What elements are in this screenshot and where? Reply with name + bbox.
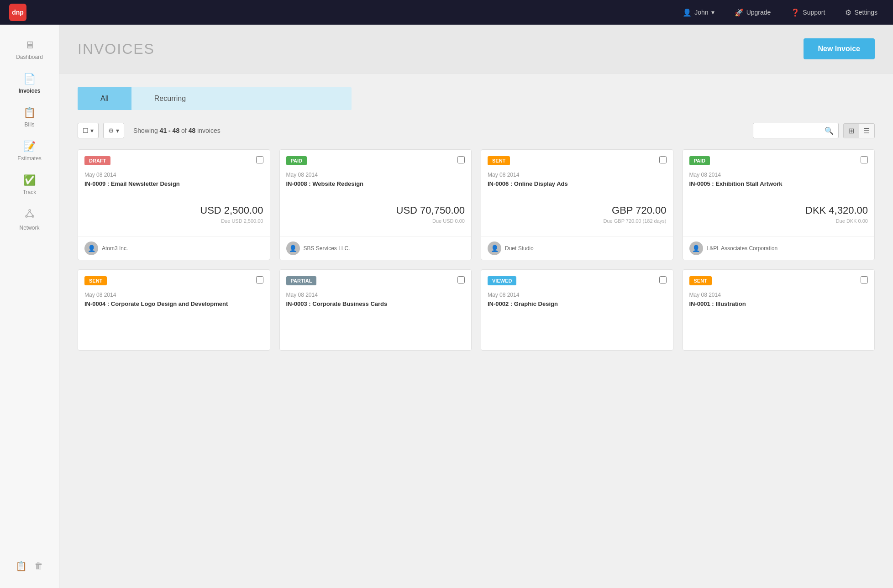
invoice-card[interactable]: PAID May 08 2014 IN-0005 : Exhibition St… (683, 149, 875, 260)
client-name: SBS Services LLC. (304, 245, 350, 252)
status-badge: PAID (689, 156, 710, 165)
card-id-title: IN-0005 : Exhibition Stall Artwork (689, 180, 868, 196)
user-menu[interactable]: 👤 John ▾ (676, 5, 720, 20)
client-name: Duet Studio (505, 245, 534, 252)
card-footer: 👤 Duet Studio (481, 236, 673, 260)
upgrade-button[interactable]: 🚀 Upgrade (728, 5, 777, 20)
card-header: VIEWED (481, 270, 673, 285)
card-checkbox[interactable] (659, 276, 667, 284)
card-date: May 08 2014 (488, 172, 667, 178)
user-icon: 👤 (683, 8, 692, 17)
card-amount: GBP 720.00 (488, 205, 667, 216)
avatar: 👤 (84, 242, 98, 255)
card-due: Due DKK 0.00 (689, 218, 868, 224)
sidebar-item-track[interactable]: ✅ Track (0, 169, 59, 201)
sidebar-item-network[interactable]: Network (0, 203, 59, 236)
showing-range: 41 - 48 (160, 127, 180, 134)
card-id-title: IN-0008 : Website Redesign (286, 180, 465, 196)
card-checkbox[interactable] (861, 276, 868, 284)
list-view-button[interactable]: ☰ (859, 124, 874, 138)
status-badge: SENT (84, 276, 107, 285)
card-due: Due USD 2,500.00 (84, 218, 263, 224)
svg-line-4 (30, 211, 33, 215)
card-checkbox[interactable] (861, 156, 868, 163)
card-body: May 08 2014 IN-0001 : Illustration (683, 285, 875, 350)
sidebar-item-estimates[interactable]: 📝 Estimates (0, 135, 59, 167)
bulk-actions-button[interactable]: ⚙ ▾ (103, 123, 124, 138)
invoice-card[interactable]: DRAFT May 08 2014 IN-0009 : Email Newsle… (78, 149, 270, 260)
view-toggle: ⊞ ☰ (843, 123, 875, 138)
upgrade-label: Upgrade (746, 9, 771, 16)
sidebar-bottom: 📋 🗑 (8, 553, 51, 579)
tab-all[interactable]: All (78, 87, 131, 110)
card-body: May 08 2014 IN-0008 : Website Redesign U… (280, 165, 472, 236)
user-name: John (694, 9, 708, 16)
card-header: PAID (280, 150, 472, 165)
card-date: May 08 2014 (488, 292, 667, 298)
card-id-title: IN-0001 : Illustration (689, 300, 868, 316)
content-area: All Recurring ☐ ▾ ⚙ ▾ Showing 41 - 48 of… (59, 74, 893, 364)
search-box: 🔍 (753, 123, 839, 138)
invoice-card[interactable]: SENT May 08 2014 IN-0006 : Online Displa… (481, 149, 673, 260)
tab-recurring[interactable]: Recurring (131, 87, 209, 110)
sidebar-item-label: Invoices (18, 88, 40, 94)
card-header: PARTIAL (280, 270, 472, 285)
invoice-card[interactable]: VIEWED May 08 2014 IN-0002 : Graphic Des… (481, 269, 673, 351)
card-checkbox[interactable] (457, 276, 465, 284)
card-checkbox[interactable] (256, 156, 263, 163)
trash-icon[interactable]: 🗑 (34, 561, 43, 572)
invoice-tabs: All Recurring (78, 87, 352, 110)
invoice-grid: DRAFT May 08 2014 IN-0009 : Email Newsle… (78, 149, 875, 351)
support-button[interactable]: ❓ Support (784, 5, 831, 20)
card-date: May 08 2014 (689, 172, 868, 178)
sidebar: 🖥 Dashboard 📄 Invoices 📋 Bills 📝 Estimat… (0, 25, 59, 588)
gear-icon: ⚙ (108, 127, 114, 134)
avatar: 👤 (488, 242, 501, 255)
card-amount: DKK 4,320.00 (689, 205, 868, 216)
sidebar-item-label: Track (23, 189, 37, 195)
main-content: INVOICES New Invoice All Recurring ☐ ▾ ⚙… (59, 25, 893, 588)
chevron-icon: ▾ (90, 127, 94, 134)
copy-icon[interactable]: 📋 (16, 561, 27, 572)
card-due: Due GBP 720.00 (182 days) (488, 218, 667, 224)
topnav: dnp 👤 John ▾ 🚀 Upgrade ❓ Support ⚙ Setti… (0, 0, 893, 25)
avatar: 👤 (286, 242, 300, 255)
select-checkbox-button[interactable]: ☐ ▾ (78, 123, 99, 138)
page-title: INVOICES (78, 41, 155, 58)
sidebar-item-label: Dashboard (16, 54, 43, 60)
card-date: May 08 2014 (84, 172, 263, 178)
card-amount: USD 2,500.00 (84, 205, 263, 216)
new-invoice-button[interactable]: New Invoice (804, 38, 875, 59)
sidebar-item-label: Estimates (17, 155, 42, 162)
card-header: SENT (78, 270, 270, 285)
support-label: Support (803, 9, 825, 16)
sidebar-item-invoices[interactable]: 📄 Invoices (0, 68, 59, 100)
sidebar-item-label: Network (19, 225, 39, 231)
sidebar-item-bills[interactable]: 📋 Bills (0, 101, 59, 133)
card-body: May 08 2014 IN-0004 : Corporate Logo Des… (78, 285, 270, 350)
invoice-card[interactable]: PAID May 08 2014 IN-0008 : Website Redes… (279, 149, 472, 260)
track-icon: ✅ (23, 174, 36, 186)
grid-view-button[interactable]: ⊞ (844, 124, 859, 138)
search-input[interactable] (758, 127, 822, 134)
svg-line-3 (26, 211, 30, 215)
sidebar-item-dashboard[interactable]: 🖥 Dashboard (0, 34, 59, 66)
rocket-icon: 🚀 (735, 8, 744, 17)
card-id-title: IN-0009 : Email Newsletter Design (84, 180, 263, 196)
card-footer: 👤 L&PL Associates Corporation (683, 236, 875, 260)
invoice-card[interactable]: SENT May 08 2014 IN-0004 : Corporate Log… (78, 269, 270, 351)
status-badge: PAID (286, 156, 307, 165)
card-body: May 08 2014 IN-0003 : Corporate Business… (280, 285, 472, 350)
bills-icon: 📋 (23, 107, 36, 119)
card-date: May 08 2014 (689, 292, 868, 298)
card-checkbox[interactable] (659, 156, 667, 163)
card-header: PAID (683, 150, 875, 165)
settings-button[interactable]: ⚙ Settings (839, 5, 884, 20)
invoices-label: invoices (197, 127, 221, 134)
card-body: May 08 2014 IN-0009 : Email Newsletter D… (78, 165, 270, 236)
card-checkbox[interactable] (457, 156, 465, 163)
invoice-card[interactable]: SENT May 08 2014 IN-0001 : Illustration (683, 269, 875, 351)
invoice-card[interactable]: PARTIAL May 08 2014 IN-0003 : Corporate … (279, 269, 472, 351)
card-checkbox[interactable] (256, 276, 263, 284)
status-badge: PARTIAL (286, 276, 317, 285)
